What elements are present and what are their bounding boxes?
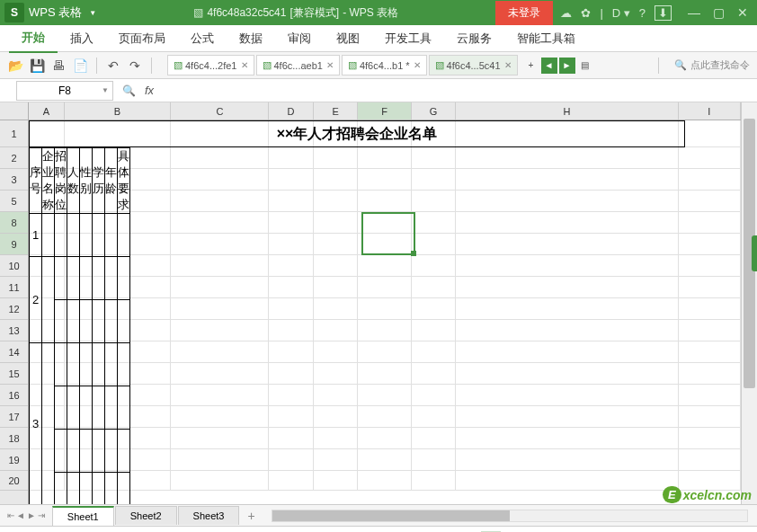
save-icon[interactable]: 💾 (29, 58, 45, 74)
doc-tab[interactable]: ▧4f6c4...b1 *✕ (342, 55, 427, 75)
sheet-last-icon[interactable]: ⇥ (38, 510, 45, 520)
add-sheet-button[interactable]: + (240, 505, 262, 527)
th-gender[interactable]: 性别 (80, 148, 93, 214)
seq-cell[interactable]: 2 (30, 257, 42, 343)
side-panel-handle[interactable] (752, 235, 757, 271)
menu-cloud[interactable]: 云服务 (444, 25, 504, 52)
print-icon[interactable]: 🖶 (50, 58, 67, 74)
name-box[interactable]: F8 ▼ (16, 81, 113, 101)
sheet-tab[interactable]: Sheet3 (178, 506, 240, 525)
close-icon[interactable]: ✕ (326, 60, 334, 70)
table-cell[interactable] (42, 343, 55, 505)
question-icon[interactable]: ? (639, 6, 646, 20)
menu-review[interactable]: 审阅 (275, 25, 324, 52)
row-header[interactable]: 11 (0, 277, 28, 298)
sheet-first-icon[interactable]: ⇤ (7, 510, 14, 520)
col-header[interactable]: E (314, 102, 359, 120)
sheet-area: 1 2 3 5 8 9 10 11 12 13 14 15 16 17 18 1… (0, 102, 757, 504)
seq-cell[interactable]: 3 (30, 343, 42, 505)
th-count[interactable]: 人数 (67, 148, 80, 214)
col-header[interactable]: D (269, 102, 314, 120)
new-tab-button[interactable]: + (523, 58, 539, 74)
menu-smart-tools[interactable]: 智能工具箱 (504, 25, 588, 52)
col-header-selected[interactable]: F (358, 102, 411, 120)
gear-icon[interactable]: ✿ (581, 6, 591, 20)
menu-start[interactable]: 开始 (9, 24, 58, 53)
row-header-selected[interactable]: 9 (0, 234, 28, 255)
table-cell[interactable] (42, 257, 55, 343)
menu-data[interactable]: 数据 (227, 25, 275, 52)
menu-formula[interactable]: 公式 (178, 25, 227, 52)
grid-body[interactable]: ××年人才招聘会企业名单 序号 企业名称 招聘岗位 人数 性别 学历 年龄 具体… (29, 120, 741, 491)
tab-list-button[interactable]: ▤ (577, 58, 593, 74)
sheet-prev-icon[interactable]: ◄ (16, 510, 25, 520)
menu-view[interactable]: 视图 (324, 25, 372, 52)
col-header[interactable]: I (679, 102, 741, 120)
sheet-next-icon[interactable]: ► (27, 510, 36, 520)
close-icon[interactable]: ✕ (241, 60, 248, 70)
sheet-tab-active[interactable]: Sheet1 (52, 506, 114, 526)
login-button[interactable]: 未登录 (495, 1, 553, 25)
row-header[interactable]: 12 (0, 298, 28, 320)
row-header[interactable]: 17 (0, 406, 28, 428)
cloud-icon[interactable]: ☁ (560, 6, 572, 20)
th-edu[interactable]: 学历 (93, 148, 105, 214)
th-age[interactable]: 年龄 (105, 148, 118, 214)
fx-search-icon[interactable]: 🔍 (122, 84, 136, 97)
doc-tab[interactable]: ▧4f6c4...2fe1✕ (167, 55, 254, 75)
row-header[interactable]: 16 (0, 385, 28, 406)
th-company[interactable]: 企业名称 (42, 148, 55, 214)
menu-insert[interactable]: 插入 (58, 25, 106, 52)
download-icon[interactable]: ⬇ (655, 5, 672, 21)
col-header[interactable]: G (412, 102, 457, 120)
row-header[interactable]: 3 (0, 169, 28, 191)
close-button[interactable]: ✕ (737, 5, 748, 20)
app-logo[interactable]: S (4, 3, 24, 22)
doc-tab[interactable]: ▧4f6c...aeb1✕ (256, 55, 340, 75)
horizontal-scrollbar[interactable] (272, 510, 748, 522)
menu-page-layout[interactable]: 页面布局 (106, 25, 178, 52)
row-header[interactable]: 2 (0, 147, 28, 169)
col-header[interactable]: H (456, 102, 678, 120)
help-menu[interactable]: D ▾ (612, 6, 630, 20)
undo-icon[interactable]: ↶ (105, 58, 121, 74)
open-icon[interactable]: 📂 (7, 58, 23, 74)
col-header[interactable]: C (171, 102, 269, 120)
doc-tab-active[interactable]: ▧4f6c4...5c41✕ (429, 55, 518, 75)
close-icon[interactable]: ✕ (414, 60, 421, 70)
command-search[interactable]: 🔍 点此查找命令 (674, 58, 750, 72)
table-cell[interactable] (42, 214, 55, 257)
preview-icon[interactable]: 📄 (72, 58, 88, 74)
seq-cell[interactable]: 1 (30, 214, 42, 257)
row-header[interactable]: 18 (0, 428, 28, 449)
sheet-tab[interactable]: Sheet2 (115, 506, 177, 525)
close-icon[interactable]: ✕ (504, 60, 512, 70)
vertical-scrollbar[interactable] (741, 102, 757, 504)
redo-icon[interactable]: ↷ (127, 58, 143, 74)
tab-prev-button[interactable]: ◄ (541, 58, 557, 74)
select-all-corner[interactable] (0, 102, 28, 120)
col-header[interactable]: A (29, 102, 65, 120)
row-header-selected[interactable]: 8 (0, 212, 28, 234)
fx-label[interactable]: fx (145, 84, 154, 97)
row-header[interactable]: 19 (0, 449, 28, 471)
th-req[interactable]: 具体要求 (118, 148, 130, 214)
chevron-down-icon[interactable]: ▼ (102, 86, 109, 94)
row-header[interactable]: 15 (0, 363, 28, 385)
th-seq[interactable]: 序号 (30, 148, 42, 214)
row-header[interactable]: 5 (0, 191, 28, 212)
menu-dev-tools[interactable]: 开发工具 (372, 25, 444, 52)
app-menu-caret[interactable]: ▼ (89, 9, 96, 17)
minimize-button[interactable]: — (688, 5, 700, 20)
row-header[interactable]: 10 (0, 255, 28, 277)
maximize-button[interactable]: ▢ (713, 5, 725, 20)
tab-next-button[interactable]: ► (559, 58, 575, 74)
row-header[interactable]: 1 (0, 120, 28, 147)
row-header[interactable]: 20 (0, 471, 28, 491)
col-header[interactable]: B (65, 102, 172, 120)
grid[interactable]: A B C D E F G H I (29, 102, 741, 504)
scrollbar-thumb[interactable] (272, 510, 510, 521)
th-position[interactable]: 招聘岗位 (55, 148, 67, 214)
row-header[interactable]: 14 (0, 341, 28, 363)
row-header[interactable]: 13 (0, 320, 28, 341)
